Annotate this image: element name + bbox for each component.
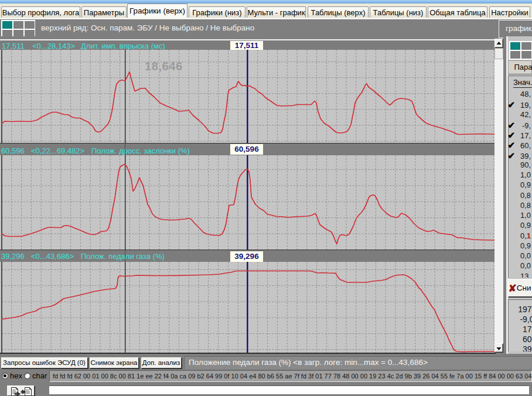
svg-text:18,646: 18,646: [145, 60, 183, 73]
